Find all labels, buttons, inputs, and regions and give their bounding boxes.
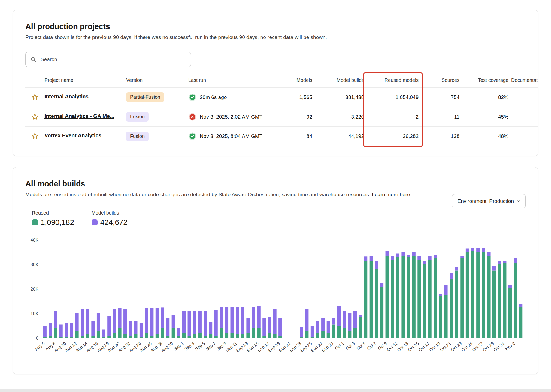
bar-reused-segment[interactable] [172, 328, 175, 338]
bar-model-builds-segment[interactable] [519, 304, 522, 307]
bar-model-builds-segment[interactable] [209, 322, 212, 334]
bar-reused-segment[interactable] [268, 333, 271, 338]
bar-model-builds-segment[interactable] [86, 309, 89, 334]
bar-reused-segment[interactable] [444, 295, 447, 338]
bar-model-builds-segment[interactable] [450, 273, 453, 279]
bar-model-builds-segment[interactable] [380, 283, 383, 287]
bar-reused-segment[interactable] [278, 336, 282, 338]
bar-reused-segment[interactable] [81, 336, 84, 338]
bar-reused-segment[interactable] [508, 288, 512, 338]
bar-model-builds-segment[interactable] [252, 307, 255, 328]
bar-model-builds-segment[interactable] [466, 249, 469, 252]
favorite-star-button[interactable] [31, 132, 39, 140]
search-input[interactable] [40, 56, 186, 63]
bar-model-builds-segment[interactable] [476, 248, 480, 252]
bar-reused-segment[interactable] [236, 334, 239, 338]
bar-reused-segment[interactable] [305, 331, 308, 338]
bar-model-builds-segment[interactable] [396, 254, 399, 257]
chart-area[interactable]: 010K20K30K40KAug 6Aug 8Aug 10Aug 12Aug 1… [25, 235, 526, 364]
bar-model-builds-segment[interactable] [503, 261, 506, 263]
environment-select[interactable]: Environment Production [452, 194, 526, 208]
bar-model-builds-segment[interactable] [337, 306, 341, 326]
bar-reused-segment[interactable] [118, 328, 121, 338]
bar-reused-segment[interactable] [370, 261, 373, 338]
bar-reused-segment[interactable] [439, 296, 442, 338]
favorite-star-button[interactable] [31, 93, 39, 101]
bar-model-builds-segment[interactable] [54, 311, 57, 328]
bar-reused-segment[interactable] [401, 256, 405, 338]
bar-reused-segment[interactable] [231, 333, 234, 338]
bar-model-builds-segment[interactable] [278, 318, 282, 336]
bar-model-builds-segment[interactable] [262, 318, 266, 336]
bar-reused-segment[interactable] [214, 336, 218, 338]
bar-reused-segment[interactable] [434, 258, 437, 338]
bar-model-builds-segment[interactable] [134, 321, 137, 334]
bar-model-builds-segment[interactable] [444, 285, 447, 295]
bar-reused-segment[interactable] [460, 258, 464, 338]
bar-model-builds-segment[interactable] [343, 311, 346, 328]
bar-model-builds-segment[interactable] [118, 308, 121, 328]
bar-reused-segment[interactable] [412, 256, 416, 338]
project-name-link[interactable]: Internal Analytics [44, 94, 89, 100]
bar-model-builds-segment[interactable] [305, 309, 308, 331]
bar-model-builds-segment[interactable] [455, 267, 458, 271]
bar-reused-segment[interactable] [428, 260, 432, 338]
bar-reused-segment[interactable] [188, 336, 191, 338]
bar-model-builds-segment[interactable] [225, 307, 228, 333]
bar-model-builds-segment[interactable] [156, 308, 159, 334]
bar-reused-segment[interactable] [353, 328, 357, 338]
bar-model-builds-segment[interactable] [482, 248, 485, 252]
bar-reused-segment[interactable] [273, 334, 276, 338]
bar-model-builds-segment[interactable] [102, 330, 105, 337]
bar-model-builds-segment[interactable] [327, 321, 330, 333]
bar-reused-segment[interactable] [492, 271, 496, 338]
bar-model-builds-segment[interactable] [97, 313, 100, 331]
bar-model-builds-segment[interactable] [113, 309, 116, 333]
bar-reused-segment[interactable] [145, 333, 148, 338]
bar-model-builds-segment[interactable] [246, 318, 250, 333]
bar-model-builds-segment[interactable] [166, 318, 169, 336]
bar-model-builds-segment[interactable] [311, 326, 314, 337]
bar-reused-segment[interactable] [316, 333, 319, 338]
bar-reused-segment[interactable] [343, 328, 346, 338]
bar-model-builds-segment[interactable] [300, 327, 303, 337]
project-name-link[interactable]: Vortex Event Analytics [44, 132, 101, 139]
bar-model-builds-segment[interactable] [439, 294, 442, 296]
bar-model-builds-segment[interactable] [364, 256, 367, 261]
bar-reused-segment[interactable] [241, 334, 244, 338]
bar-reused-segment[interactable] [59, 337, 63, 338]
bar-model-builds-segment[interactable] [353, 311, 357, 328]
bar-reused-segment[interactable] [321, 331, 325, 338]
bar-model-builds-segment[interactable] [391, 256, 394, 260]
bar-model-builds-segment[interactable] [268, 317, 271, 333]
bar-reused-segment[interactable] [129, 336, 132, 338]
bar-model-builds-segment[interactable] [43, 326, 47, 337]
bar-reused-segment[interactable] [327, 333, 330, 338]
bar-model-builds-segment[interactable] [257, 306, 261, 328]
bar-model-builds-segment[interactable] [75, 313, 78, 331]
bar-reused-segment[interactable] [450, 279, 453, 338]
bar-reused-segment[interactable] [391, 260, 394, 338]
bar-reused-segment[interactable] [91, 336, 95, 338]
project-name-link[interactable]: Internal Analytics - GA Me... [44, 113, 114, 119]
bar-reused-segment[interactable] [375, 269, 378, 338]
bar-reused-segment[interactable] [396, 257, 399, 338]
bar-reused-segment[interactable] [337, 326, 341, 338]
bar-model-builds-segment[interactable] [359, 315, 362, 317]
bar-reused-segment[interactable] [423, 264, 426, 338]
bar-model-builds-segment[interactable] [161, 307, 164, 328]
bar-model-builds-segment[interactable] [401, 252, 405, 256]
bar-reused-segment[interactable] [166, 336, 169, 338]
bar-model-builds-segment[interactable] [370, 256, 373, 261]
bar-model-builds-segment[interactable] [188, 311, 191, 336]
bar-reused-segment[interactable] [386, 256, 389, 338]
bar-reused-segment[interactable] [75, 331, 78, 338]
bar-model-builds-segment[interactable] [321, 318, 325, 331]
bar-reused-segment[interactable] [311, 337, 314, 338]
bar-reused-segment[interactable] [252, 328, 255, 338]
bar-reused-segment[interactable] [182, 333, 186, 338]
bar-reused-segment[interactable] [348, 331, 351, 338]
bar-reused-segment[interactable] [487, 256, 490, 338]
bar-reused-segment[interactable] [70, 337, 73, 338]
bar-reused-segment[interactable] [107, 336, 111, 338]
